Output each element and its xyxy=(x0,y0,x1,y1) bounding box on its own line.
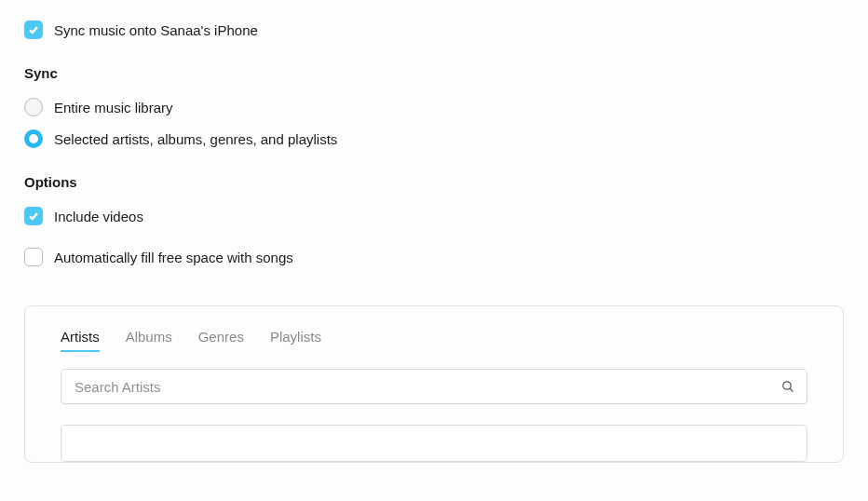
results-list[interactable] xyxy=(61,425,807,462)
include-videos-checkbox[interactable] xyxy=(24,207,43,225)
sync-section-title: Sync xyxy=(24,65,844,81)
sync-option-selected-row: Selected artists, albums, genres, and pl… xyxy=(24,129,844,148)
search-input[interactable] xyxy=(61,369,807,404)
sync-music-label: Sync music onto Sanaa's iPhone xyxy=(54,22,258,38)
sync-option-entire-row: Entire music library xyxy=(24,98,844,116)
tab-albums[interactable]: Albums xyxy=(126,329,172,352)
tab-playlists[interactable]: Playlists xyxy=(270,329,321,352)
radio-selected-label: Selected artists, albums, genres, and pl… xyxy=(54,131,337,147)
option-autofill-row: Automatically fill free space with songs xyxy=(24,248,844,266)
option-include-videos-row: Include videos xyxy=(24,207,844,225)
radio-entire-label: Entire music library xyxy=(54,100,173,115)
selection-panel: Artists Albums Genres Playlists xyxy=(24,305,844,463)
include-videos-label: Include videos xyxy=(54,209,143,224)
sync-music-row: Sync music onto Sanaa's iPhone xyxy=(24,20,844,39)
tabs-bar: Artists Albums Genres Playlists xyxy=(61,329,807,352)
search-wrap xyxy=(61,369,807,404)
autofill-checkbox[interactable] xyxy=(24,248,43,266)
check-icon xyxy=(28,24,39,35)
radio-entire-library[interactable] xyxy=(24,98,43,116)
options-section-title: Options xyxy=(24,174,844,190)
tab-artists[interactable]: Artists xyxy=(61,329,100,352)
tab-genres[interactable]: Genres xyxy=(198,329,244,352)
check-icon xyxy=(28,210,39,222)
autofill-label: Automatically fill free space with songs xyxy=(54,250,293,265)
radio-selected-items[interactable] xyxy=(24,129,43,148)
sync-music-checkbox[interactable] xyxy=(24,20,43,39)
